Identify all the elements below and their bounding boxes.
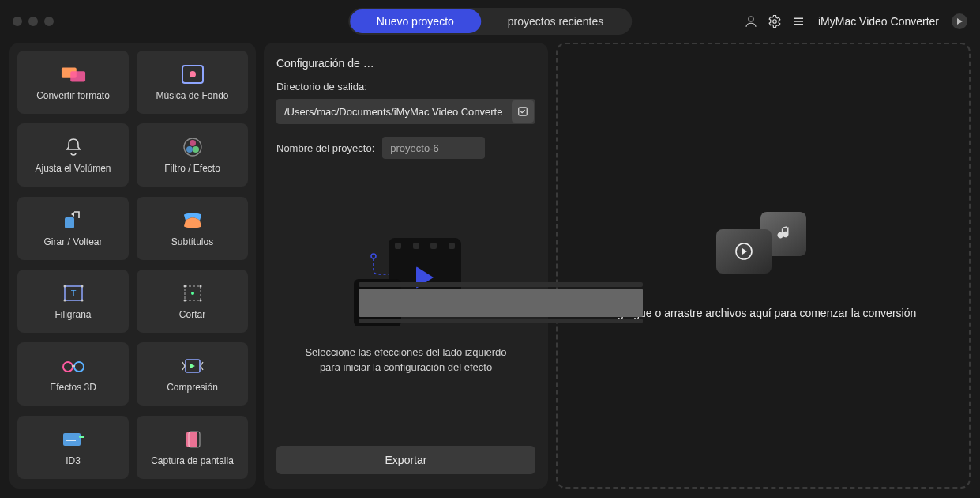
dropzone-hint: Agregue o arrastre archivos aquí para co… <box>595 307 933 319</box>
tool-label: Girar / Voltear <box>43 236 102 247</box>
app-name: iMyMac Video Converter <box>818 15 939 28</box>
tool-label: Convertir formato <box>36 90 110 101</box>
glasses-3d-icon <box>61 355 86 377</box>
svg-point-26 <box>199 299 201 301</box>
svg-point-28 <box>74 362 84 372</box>
svg-point-9 <box>190 71 196 77</box>
svg-point-17 <box>63 285 66 287</box>
tool-label: ID3 <box>66 455 81 466</box>
tool-watermark[interactable]: T Filigrana <box>17 270 129 333</box>
project-name-label: Nombre del proyecto: <box>276 142 374 154</box>
tool-label: Ajusta el Volúmen <box>35 163 111 174</box>
convert-icon <box>61 63 86 85</box>
tool-label: Música de Fondo <box>156 90 228 101</box>
menu-icon[interactable] <box>791 14 805 28</box>
svg-point-27 <box>63 362 73 372</box>
svg-point-23 <box>183 285 186 287</box>
tools-sidebar: Convertir formato Música de Fondo Ajusta… <box>9 43 256 489</box>
app-logo-icon <box>952 13 967 29</box>
tool-rotate-flip[interactable]: Girar / Voltear <box>17 197 129 260</box>
video-card-icon <box>716 229 772 274</box>
tool-3d-effects[interactable]: Efectos 3D <box>17 342 129 406</box>
screenshot-icon <box>180 428 205 451</box>
tool-filter-effect[interactable]: Filtro / Efecto <box>137 123 248 187</box>
svg-point-18 <box>81 285 83 287</box>
tool-label: Efectos 3D <box>50 382 96 393</box>
tool-compress[interactable]: Compresión <box>137 342 248 406</box>
tool-label: Cortar <box>179 309 205 320</box>
svg-marker-5 <box>957 18 963 25</box>
svg-marker-40 <box>742 248 747 255</box>
tool-background-music[interactable]: Música de Fondo <box>137 51 248 114</box>
tool-convert-format[interactable]: Convertir formato <box>17 51 129 114</box>
svg-point-20 <box>81 299 83 301</box>
svg-point-38 <box>371 254 376 258</box>
svg-point-0 <box>749 17 753 21</box>
project-tabs: Nuevo proyecto proyectos recientes <box>348 8 632 35</box>
tool-label: Captura de pantalla <box>151 455 234 466</box>
export-button[interactable]: Exportar <box>276 446 535 474</box>
output-dir-row: /Users/mac/Documents/iMyMac Video Conver… <box>276 99 535 124</box>
gear-icon[interactable] <box>768 14 782 28</box>
tool-label: Subtítulos <box>171 236 213 247</box>
svg-point-22 <box>191 292 194 295</box>
effects-grid-icon <box>354 279 401 326</box>
browse-folder-button[interactable] <box>512 100 534 123</box>
subtitles-icon <box>180 209 205 232</box>
crop-icon <box>180 282 205 304</box>
svg-point-12 <box>186 146 193 153</box>
svg-point-19 <box>63 299 66 301</box>
svg-rect-7 <box>70 71 85 81</box>
config-title: Configuración de … <box>276 57 535 70</box>
tab-recent-projects[interactable]: proyectos recientes <box>481 9 630 33</box>
tool-adjust-volume[interactable]: Ajusta el Volúmen <box>17 123 129 187</box>
tool-subtitles[interactable]: Subtítulos <box>137 197 248 260</box>
svg-text:T: T <box>70 289 76 298</box>
watermark-icon: T <box>61 282 86 304</box>
file-dropzone[interactable]: Agregue o arrastre archivos aquí para co… <box>556 43 971 489</box>
compress-icon <box>180 355 205 377</box>
tool-label: Compresión <box>167 382 218 393</box>
maximize-window[interactable] <box>44 17 54 26</box>
project-name-input[interactable] <box>382 137 485 159</box>
svg-rect-14 <box>65 217 74 228</box>
svg-point-25 <box>183 299 186 301</box>
minimize-window[interactable] <box>28 17 38 26</box>
bell-icon <box>61 136 86 158</box>
music-film-icon <box>180 63 205 85</box>
config-panel: Configuración de … Directorio de salida:… <box>264 43 548 489</box>
config-illustration: Seleccione las efecciones del lado izqui… <box>276 167 535 446</box>
main-area: Convertir formato Música de Fondo Ajusta… <box>0 43 980 498</box>
titlebar-right: iMyMac Video Converter <box>744 13 967 29</box>
tab-new-project[interactable]: Nuevo proyecto <box>350 9 481 33</box>
window-controls <box>13 17 54 26</box>
tool-label: Filigrana <box>54 309 91 320</box>
svg-rect-32 <box>63 433 81 446</box>
svg-point-13 <box>193 146 199 153</box>
svg-point-1 <box>773 20 777 24</box>
id3-tag-icon <box>61 428 86 451</box>
color-wheel-icon <box>180 136 205 158</box>
tool-trim[interactable]: Cortar <box>137 270 248 333</box>
dropzone-illustration <box>716 212 811 285</box>
output-dir-input[interactable]: /Users/mac/Documents/iMyMac Video Conver… <box>276 106 512 118</box>
tool-label: Filtro / Efecto <box>164 163 220 174</box>
svg-rect-33 <box>79 436 84 438</box>
rotate-icon <box>61 209 86 232</box>
tool-screenshot[interactable]: Captura de pantalla <box>137 416 248 479</box>
svg-point-24 <box>199 285 201 287</box>
close-window[interactable] <box>13 17 22 26</box>
project-name-row: Nombre del proyecto: <box>276 137 535 159</box>
titlebar: Nuevo proyecto proyectos recientes iMyMa… <box>0 0 980 43</box>
svg-rect-35 <box>186 432 197 447</box>
config-hint: Seleccione las efecciones del lado izqui… <box>295 345 516 374</box>
svg-marker-31 <box>190 364 195 368</box>
svg-rect-37 <box>519 108 528 116</box>
output-dir-label: Directorio de salida: <box>276 81 535 92</box>
tool-id3[interactable]: ID3 <box>17 416 129 479</box>
account-icon[interactable] <box>744 14 758 28</box>
svg-point-11 <box>190 140 196 146</box>
